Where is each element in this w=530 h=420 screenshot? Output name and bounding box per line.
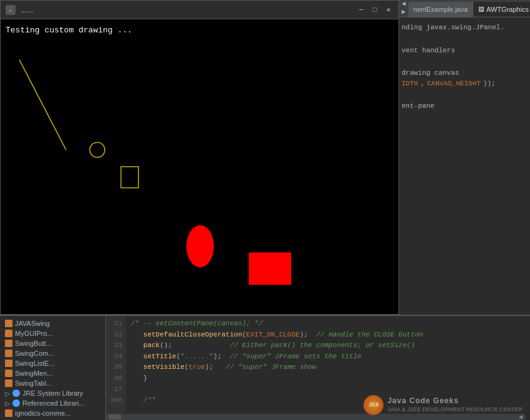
code-line-3: drawing canvas [402,68,528,79]
svg-rect-4 [249,252,291,285]
library-icon [12,399,20,407]
tree-item-swinglist[interactable]: SwingListE... [0,358,105,368]
drawing-canvas [1,19,398,314]
watermark-text: Java Code Geeks JAVA & J2EE DEVELOPMENT … [387,396,523,413]
code-line-36: } [131,373,525,384]
ide-panel: ◀ ▶ nentExample.java 🖼 AWTGraphics nding… [399,0,530,315]
folder-icon [5,330,12,337]
file-icon [5,360,12,367]
file-icon [5,350,12,357]
library-icon [12,389,20,397]
file-icon [5,379,12,387]
code-line-2: vent handlers [402,45,528,56]
code-line-37 [131,384,525,396]
code-line-35: setVisible(true); // "super" JFrame show [131,362,525,373]
tree-item-swingbutt[interactable]: SwingButt... [0,338,105,348]
titlebar: ☕ ...... ─ □ ✕ [1,1,398,19]
window-title: ...... [21,6,351,14]
tree-item-ignodics[interactable]: ignodics-comme... [0,408,105,418]
file-icon [5,370,12,377]
svg-point-3 [186,225,214,267]
tree-item-swingmen[interactable]: SwingMen... [0,368,105,378]
code-line-1: nding javax.swing.JPanel. [402,22,528,33]
scroll-thumb[interactable] [108,414,121,419]
tree-item-reflib[interactable]: ▷ Referenced Librari... [0,398,105,408]
app-window: ☕ ...... ─ □ ✕ Testing custom drawing ..… [0,0,399,315]
code-line-31: /* -- setContentPane(canvas); */ [131,318,525,330]
code-line-34: setTitle("......"); // "super" JFrame se… [131,351,525,363]
ide-tabs: ◀ ▶ nentExample.java 🖼 AWTGraphics [399,0,530,17]
window-controls: ─ □ ✕ [356,5,393,15]
tab-awt-graphics[interactable]: 🖼 AWTGraphics [473,2,530,17]
code-line-4: IDTH , CANVAS_HEIGHT )); [402,79,528,89]
nav-arrows[interactable]: ◀ ▶ [399,0,408,17]
watermark: JCG Java Code Geeks JAVA & J2EE DEVELOPM… [364,395,523,415]
tree-item-jre[interactable]: ▷ JRE System Library [0,388,105,398]
minimize-button[interactable]: ─ [356,5,366,15]
tree-item-swingtabl[interactable]: SwingTabl... [0,378,105,388]
svg-line-0 [19,60,66,150]
jcg-logo: JCG [364,395,383,415]
ide-code-content: nding javax.swing.JPanel. vent handlers … [399,17,530,117]
line-numbers: 31 32 33 34 35 36 37 38⊖ [106,316,126,420]
code-line-32: setDefaultCloseOperation(EXIT_ON_CLOSE);… [131,330,525,341]
tree-item-swingcom[interactable]: SwingCom... [0,348,105,358]
close-button[interactable]: ✕ [383,5,393,15]
tree-item-mygui[interactable]: MyGUIPro... [0,328,105,338]
svg-point-1 [90,143,105,158]
file-icon [5,409,12,417]
svg-rect-2 [121,167,138,188]
folder-icon [5,320,12,327]
code-line-5: ent-pane [402,101,528,112]
canvas-area: Testing custom drawing ... [1,19,398,314]
app-icon: ☕ [6,5,16,15]
file-tree: JAVASwing MyGUIPro... SwingButt... Swing… [0,316,106,420]
code-line-33: pack(); // Either pack() the components;… [131,340,525,351]
tree-item-javaswing[interactable]: JAVASwing [0,318,105,328]
maximize-button[interactable]: □ [370,5,380,15]
file-icon [5,340,12,347]
tab-component-example[interactable]: nentExample.java [408,2,473,17]
